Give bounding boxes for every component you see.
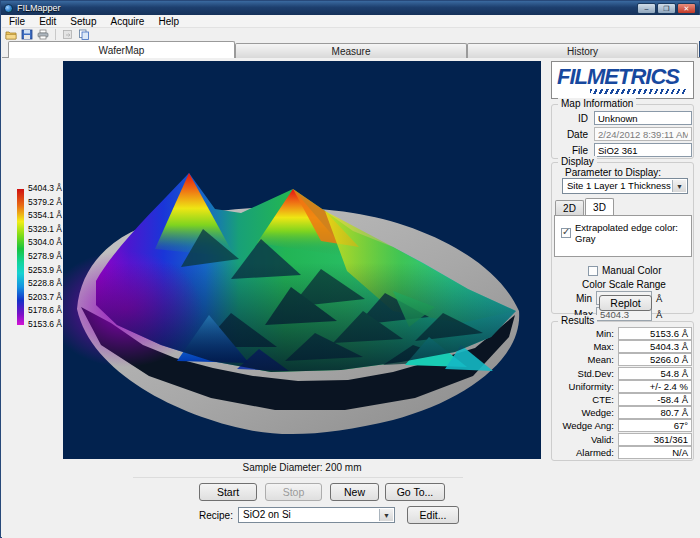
new-button[interactable]: New [330,483,379,501]
parameter-combo-arrow-icon[interactable]: ▼ [672,180,686,192]
bottom-divider [133,477,463,478]
tab-wafermap[interactable]: WaferMap [8,41,235,58]
wafer-3d-plot[interactable] [63,61,541,459]
parameter-combobox[interactable]: Site 1 Layer 1 Thickness ▼ [562,178,688,194]
recipe-label: Recipe: [199,510,233,521]
colorbar-label: 5379.2 Å [28,196,62,210]
stop-button[interactable]: Stop [265,483,322,501]
result-alarmed-label: Alarmed: [552,447,618,458]
colorbar-label: 5304.0 Å [28,236,62,250]
filmetrics-logo: FILMETRICS [551,61,694,99]
date-field [594,127,692,141]
parameter-value: Site 1 Layer 1 Thickness [567,180,671,191]
color-scale-range-label: Color Scale Range [582,279,666,290]
app-icon [4,4,13,13]
menu-acquire[interactable]: Acquire [104,15,152,28]
menu-edit[interactable]: Edit [32,15,63,28]
colorbar-label: 5203.7 Å [28,291,62,305]
max-unit: Å [656,309,662,320]
menu-help[interactable]: Help [151,15,186,28]
display-group: Display Parameter to Display: Site 1 Lay… [551,162,694,314]
result-wedge-value: 80.7 Å [618,406,692,419]
main-tabstrip: WaferMap Measure History [2,41,700,58]
menu-bar: File Edit Setup Acquire Help [2,15,700,28]
result-min-value: 5153.6 Å [618,327,692,340]
parameter-to-display-label: Parameter to Display: [565,167,661,178]
result-min-label: Min: [552,328,618,339]
window-title: FILMapper [17,3,61,13]
result-mean-value: 5266.0 Å [618,353,692,366]
close-button[interactable]: ✕ [677,3,696,14]
sample-diameter-caption: Sample Diameter: 200 mm [63,462,541,473]
tab-measure[interactable]: Measure [235,43,467,58]
result-stddev-value: 54.8 Å [618,367,692,380]
tab-history[interactable]: History [467,43,698,58]
colorbar-gradient [17,189,24,325]
copy-icon[interactable] [78,29,90,40]
extrapolated-edge-label: Extrapolated edge color: Gray [575,222,691,244]
tab-2d[interactable]: 2D [555,200,584,215]
results-group: Results Min:5153.6 Å Max:5404.3 Å Mean:5… [551,321,694,461]
result-alarmed-value: N/A [618,446,692,459]
menu-setup[interactable]: Setup [63,15,103,28]
colorbar-label: 5253.9 Å [28,264,62,278]
colorbar-label: 5329.1 Å [28,223,62,237]
result-cte-label: CTE: [552,394,618,405]
start-button[interactable]: Start [199,483,257,501]
open-icon[interactable] [5,29,17,40]
recipe-value: SiO2 on Si [243,509,291,520]
result-stddev-label: Std.Dev: [552,368,618,379]
tab-3d[interactable]: 3D [585,198,614,215]
result-wedgeang-value: 67° [618,419,692,432]
color-scale-legend: 5404.3 Å 5379.2 Å 5354.1 Å 5329.1 Å 5304… [17,182,62,332]
colorbar-label: 5354.1 Å [28,209,62,223]
result-uniformity-label: Uniformity: [552,381,618,392]
colorbar-label: 5153.6 Å [28,318,62,332]
wafermap-page: 5404.3 Å 5379.2 Å 5354.1 Å 5329.1 Å 5304… [2,58,700,538]
app-window: FILMapper – ❐ ✕ File Edit Setup Acquire … [0,0,700,538]
combo-arrow-icon[interactable]: ▼ [379,509,393,521]
result-max-label: Max: [552,341,618,352]
title-bar[interactable]: FILMapper – ❐ ✕ [1,1,699,15]
id-label: ID [556,113,588,124]
export-icon[interactable] [62,29,74,40]
map-information-group: Map Information ID Date File [551,104,694,159]
toolbar-separator [55,29,56,40]
date-label: Date [556,129,588,140]
result-valid-label: Valid: [552,434,618,445]
result-valid-value: 361/361 [618,433,692,446]
maximize-button[interactable]: ❐ [657,3,676,14]
colorbar-label: 5278.9 Å [28,250,62,264]
save-icon[interactable] [21,29,33,40]
edit-recipe-button[interactable]: Edit... [407,506,459,524]
filmetrics-logo-text: FILMETRICS [557,66,693,88]
replot-button[interactable]: Replot [599,295,652,311]
result-uniformity-value: +/- 2.4 % [618,380,692,393]
recipe-combobox[interactable]: SiO2 on Si ▼ [238,507,395,523]
map-information-title: Map Information [558,98,636,109]
logo-hatch-stripes [590,89,687,94]
colorbar-label: 5178.6 Å [28,304,62,318]
min-unit: Å [656,293,662,304]
result-wedgeang-label: Wedge Ang: [552,420,618,431]
results-title: Results [558,315,597,326]
file-label: File [556,145,588,156]
result-max-value: 5404.3 Å [618,340,692,353]
result-mean-label: Mean: [552,354,618,365]
result-wedge-label: Wedge: [552,407,618,418]
file-field[interactable] [594,143,692,157]
id-field[interactable] [594,111,692,125]
extrapolated-edge-checkbox[interactable] [561,228,571,238]
display-title: Display [558,156,597,167]
min-label: Min [574,293,592,304]
minimize-button[interactable]: – [637,3,656,14]
toolbar [2,28,700,41]
manual-color-checkbox[interactable] [588,266,598,276]
goto-button[interactable]: Go To... [385,483,445,501]
3d-options-panel: Extrapolated edge color: Gray [554,215,692,257]
print-icon[interactable] [37,29,49,40]
manual-color-label: Manual Color [602,265,661,276]
colorbar-label: 5404.3 Å [28,182,62,196]
menu-file[interactable]: File [2,15,32,28]
colorbar-label: 5228.8 Å [28,277,62,291]
